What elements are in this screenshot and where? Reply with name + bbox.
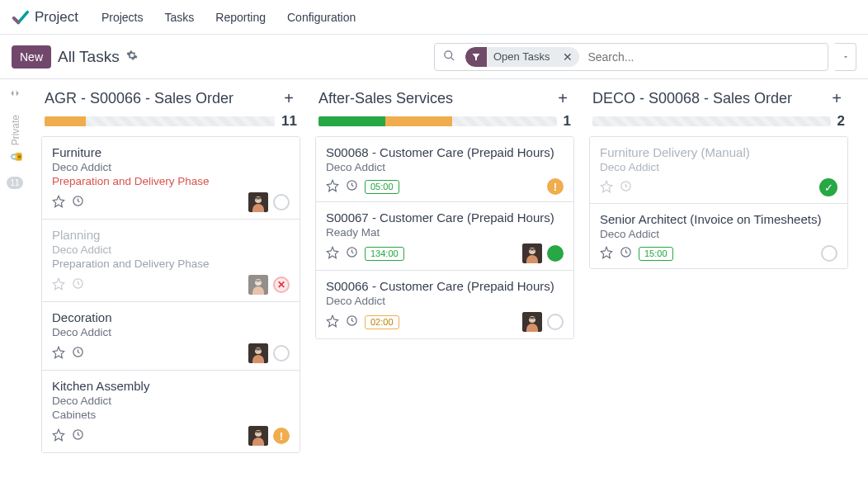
card-subtitle: Deco Addict [52, 161, 290, 173]
column-title[interactable]: AGR - S00066 - Sales Order [45, 90, 281, 107]
kanban-card[interactable]: S00068 - Customer Care (Prepaid Hours)De… [316, 137, 573, 202]
kanban-card[interactable]: Furniture Delivery (Manual)Deco Addict ✓ [590, 137, 847, 204]
status-indicator[interactable] [547, 314, 564, 330]
activity-clock-icon[interactable] [346, 179, 358, 194]
filter-chip-remove-icon[interactable]: ✕ [556, 50, 579, 64]
activity-clock-icon[interactable] [72, 195, 84, 210]
progress-segment [45, 116, 86, 126]
status-indicator[interactable] [821, 245, 837, 262]
activity-clock-icon[interactable] [620, 246, 632, 261]
activity-clock-icon[interactable] [346, 314, 358, 329]
kanban-column: After-Sales Services + 1 S00068 - Custom… [315, 79, 574, 475]
card-subtitle: Deco Addict [52, 244, 290, 256]
app-name[interactable]: Project [35, 9, 78, 26]
status-indicator[interactable] [273, 194, 290, 210]
kanban-card[interactable]: S00067 - Customer Care (Prepaid Hours)Re… [316, 202, 573, 271]
star-icon[interactable] [600, 180, 613, 196]
star-icon[interactable] [52, 277, 65, 293]
activity-clock-icon[interactable] [346, 246, 358, 261]
svg-point-8 [256, 199, 257, 200]
gear-icon[interactable] [126, 50, 138, 64]
column-header: DECO - S00068 - Sales Order + [589, 79, 848, 113]
kanban-card[interactable]: Kitchen AssemblyDeco AddictCabinets ! [42, 371, 300, 452]
activity-clock-icon[interactable] [72, 428, 84, 443]
column-add-icon[interactable]: + [281, 89, 297, 108]
card-footer: ! [52, 426, 290, 446]
hours-badge: 05:00 [365, 180, 399, 194]
column-add-icon[interactable]: + [554, 89, 571, 108]
status-blocked-icon[interactable]: ✕ [273, 277, 290, 293]
card-subtitle: Deco Addict [52, 326, 290, 338]
kanban-card[interactable]: Senior Architect (Invoice on Timesheets)… [590, 204, 847, 268]
nav-configuration[interactable]: Configuration [279, 6, 364, 29]
svg-point-33 [259, 433, 260, 433]
kanban-card[interactable]: DecorationDeco Addict [42, 302, 300, 371]
kanban-card[interactable]: FurnitureDeco AddictPreparation and Deli… [42, 137, 300, 220]
svg-point-50 [533, 319, 534, 319]
column-header: After-Sales Services + [315, 79, 574, 113]
column-title[interactable]: After-Sales Services [318, 90, 554, 107]
new-button[interactable]: New [12, 45, 51, 69]
assignee-avatar[interactable] [522, 312, 542, 332]
column-subheader: 11 [41, 113, 300, 136]
assignee-avatar[interactable] [248, 192, 268, 212]
nav-reporting[interactable]: Reporting [207, 6, 274, 29]
activity-clock-icon[interactable] [72, 277, 84, 292]
nav-projects[interactable]: Projects [93, 6, 152, 29]
hours-badge: 02:00 [365, 315, 399, 329]
kanban-board: AGR - S00066 - Sales Order + 11 Furnitur… [30, 79, 868, 487]
assignee-avatar[interactable] [248, 426, 268, 446]
star-icon[interactable] [326, 246, 339, 262]
lock-icon: 🔒 [8, 151, 21, 163]
svg-point-25 [259, 350, 260, 351]
status-warning-icon[interactable]: ! [273, 428, 290, 444]
search-icon[interactable] [435, 50, 464, 64]
activity-clock-icon[interactable] [620, 180, 632, 195]
card-tag: Preparation and Delivery Phase [52, 175, 290, 187]
status-warning-icon[interactable]: ! [547, 178, 564, 195]
star-icon[interactable] [600, 246, 613, 262]
search-input[interactable] [579, 50, 828, 64]
progress-segment [385, 116, 452, 126]
column-progress-bar[interactable] [45, 116, 275, 126]
assignee-avatar[interactable] [248, 275, 268, 295]
star-icon[interactable] [326, 179, 339, 195]
column-progress-bar[interactable] [592, 116, 831, 126]
column-subheader: 2 [589, 113, 848, 136]
star-icon[interactable] [52, 346, 65, 362]
column-title[interactable]: DECO - S00068 - Sales Order [592, 90, 828, 107]
column-add-icon[interactable]: + [828, 89, 845, 108]
rail-collapse-icon[interactable] [9, 87, 21, 102]
status-indicator[interactable] [547, 245, 564, 262]
card-title: Decoration [52, 310, 290, 324]
assignee-avatar[interactable] [248, 343, 268, 363]
kanban-card[interactable]: PlanningDeco AddictPreparation and Deliv… [42, 220, 300, 302]
activity-clock-icon[interactable] [72, 346, 84, 361]
card-footer: 134:00 [326, 244, 564, 263]
column-subheader: 1 [315, 113, 574, 136]
nav-tasks[interactable]: Tasks [157, 6, 203, 29]
column-header: AGR - S00066 - Sales Order + [41, 79, 300, 113]
brand-logo-icon [12, 8, 30, 26]
star-icon[interactable] [326, 314, 339, 330]
kanban-card[interactable]: S00066 - Customer Care (Prepaid Hours)De… [316, 271, 573, 338]
svg-point-41 [530, 250, 531, 251]
star-icon[interactable] [52, 428, 65, 444]
assignee-avatar[interactable] [522, 244, 542, 263]
progress-segment [318, 116, 385, 126]
filter-chip-open-tasks: Open Tasks ✕ [465, 47, 579, 67]
card-subtitle: Deco Addict [52, 395, 290, 407]
funnel-icon [465, 47, 487, 67]
column-progress-bar[interactable] [318, 116, 557, 126]
card-title: Furniture Delivery (Manual) [600, 145, 837, 159]
view-dropdown-toggle[interactable] [835, 43, 856, 71]
status-done-icon[interactable]: ✓ [819, 178, 837, 196]
card-footer: 02:00 [326, 312, 564, 332]
breadcrumb-title[interactable]: All Tasks [58, 48, 120, 66]
hours-badge: 15:00 [639, 247, 673, 261]
card-title: S00068 - Customer Care (Prepaid Hours) [326, 145, 564, 159]
status-indicator[interactable] [273, 345, 290, 362]
star-icon[interactable] [52, 195, 65, 210]
rail-tab-private[interactable]: 🔒 Private [9, 110, 21, 168]
card-list: FurnitureDeco AddictPreparation and Deli… [41, 136, 300, 453]
